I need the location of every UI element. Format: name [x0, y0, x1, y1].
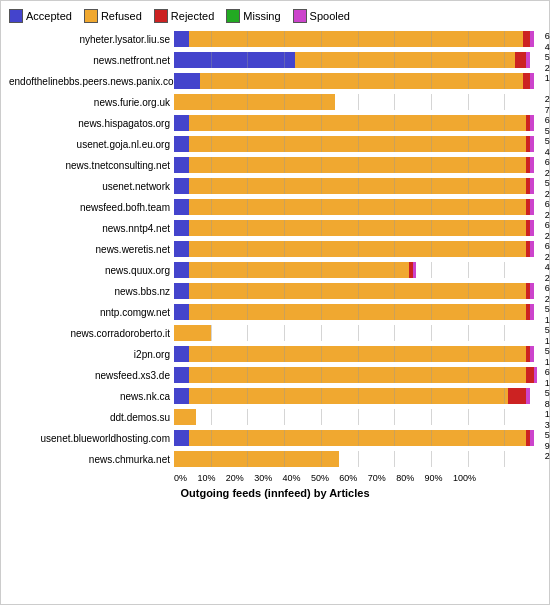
bar-refused: [200, 73, 523, 89]
bar-num-bot: 132: [545, 378, 550, 389]
bar-accepted: [174, 367, 189, 383]
legend-label-spooled: Spooled: [310, 10, 350, 22]
row-label: news.furie.org.uk: [9, 97, 174, 108]
bar-num-bot: 224: [545, 273, 550, 284]
bar-wrapper: 6363219: [174, 283, 541, 299]
row-label: nyheter.lysator.liu.se: [9, 34, 174, 45]
x-tick: 0%: [174, 473, 187, 483]
bar-numbers: 1117: [545, 73, 550, 84]
bar-num-top: 6192: [545, 367, 550, 378]
chart-row: news.tnetconsulting.net6256285: [9, 155, 541, 175]
bar-num-bot: 285: [545, 168, 550, 179]
bar-rejected: [523, 31, 530, 47]
bar-num-top: 5216: [545, 388, 550, 399]
chart-row: nyheter.lysator.liu.se62634149: [9, 29, 541, 49]
bar-num-bot: 195: [545, 336, 550, 347]
legend-spooled: Spooled: [293, 9, 350, 23]
bar-accepted: [174, 388, 189, 404]
bar-refused: [189, 388, 508, 404]
bar-num-top: 546: [545, 325, 550, 336]
x-tick: 90%: [425, 473, 443, 483]
bar-wrapper: 6252558: [174, 115, 541, 131]
bar-num-bot: 32: [545, 420, 550, 431]
chart-row: usenet.goja.nl.eu.org5433440: [9, 134, 541, 154]
bar-spooled: [530, 283, 534, 299]
bar-num-bot: 9: [545, 441, 550, 452]
bar-num-bot: 198: [545, 315, 550, 326]
legend-rejected: Rejected: [154, 9, 214, 23]
bar-num-top: 2967: [545, 94, 550, 105]
bar-refused: [189, 136, 527, 152]
bar-accepted: [174, 31, 189, 47]
row-label: news.nk.ca: [9, 391, 174, 402]
bar-rejected: [523, 73, 530, 89]
x-axis: 0%10%20%30%40%50%60%70%80%90%100%: [174, 473, 541, 483]
bar-numbers: 6010238: [545, 199, 550, 221]
bar-num-bot: 232: [545, 231, 550, 242]
bar-spooled: [526, 388, 530, 404]
row-label: news.weretis.net: [9, 244, 174, 255]
bar-num-bot: 4149: [545, 42, 550, 53]
bar-spooled: [530, 346, 534, 362]
bar-wrapper: 6192132: [174, 367, 541, 383]
bar-refused: [174, 325, 211, 341]
bar-numbers: 62634149: [545, 31, 550, 53]
legend-box-accepted: [9, 9, 23, 23]
bar-spooled: [530, 31, 534, 47]
chart-title: Outgoing feeds (innfeed) by Articles: [9, 487, 541, 499]
bar-numbers: 521689: [545, 388, 550, 410]
bar-num-bot: 558: [545, 126, 550, 137]
bar-refused: [189, 304, 527, 320]
bar-wrapper: 2987: [174, 451, 541, 467]
bar-spooled: [530, 115, 534, 131]
row-label: nntp.comgw.net: [9, 307, 174, 318]
legend-label-refused: Refused: [101, 10, 142, 22]
bar-spooled: [530, 157, 534, 173]
bar-wrapper: 5927198: [174, 304, 541, 320]
chart-row: news.hispagatos.org6252558: [9, 113, 541, 133]
row-label: news.chmurka.net: [9, 454, 174, 465]
row-label: ddt.demos.su: [9, 412, 174, 423]
bar-spooled: [530, 220, 534, 236]
legend-box-refused: [84, 9, 98, 23]
x-tick: 70%: [368, 473, 386, 483]
bar-numbers: 2967771: [545, 94, 550, 116]
row-label: usenet.blueworldhosting.com: [9, 433, 174, 444]
bar-refused: [189, 346, 527, 362]
bar-wrapper: 6256285: [174, 157, 541, 173]
x-tick: 30%: [254, 473, 272, 483]
row-label: news.netfront.net: [9, 55, 174, 66]
bar-wrapper: 5927273: [174, 178, 541, 194]
bar-spooled: [530, 241, 534, 257]
bar-num-bot: 1117: [545, 73, 550, 84]
bar-num-top: 2987: [545, 451, 550, 462]
bar-refused: [174, 94, 335, 110]
x-tick: 60%: [339, 473, 357, 483]
legend-label-accepted: Accepted: [26, 10, 72, 22]
bar-numbers: 4677224: [545, 262, 550, 284]
bar-refused: [295, 52, 515, 68]
bar-wrapper: 6272229: [174, 241, 541, 257]
bar-num-top: 4677: [545, 262, 550, 273]
chart-row: ddt.demos.su11232: [9, 407, 541, 427]
chart-row: newsfeed.xs3.de6192132: [9, 365, 541, 385]
row-label: newsfeed.xs3.de: [9, 370, 174, 381]
chart-row: i2pn.org5934177: [9, 344, 541, 364]
bar-accepted: [174, 304, 189, 320]
bar-refused: [189, 430, 527, 446]
bar-wrapper: 4677224: [174, 262, 541, 278]
row-label: endofthelinebbs.peers.news.panix.com: [9, 76, 174, 87]
bar-wrapper: 521689: [174, 388, 541, 404]
legend-refused: Refused: [84, 9, 142, 23]
row-label: newsfeed.bofh.team: [9, 202, 174, 213]
chart-row: news.chmurka.net2987: [9, 449, 541, 469]
bar-numbers: 2987: [545, 451, 550, 462]
bar-accepted: [174, 262, 189, 278]
bar-numbers: 54229: [545, 430, 550, 452]
legend-box-rejected: [154, 9, 168, 23]
x-tick: 100%: [453, 473, 476, 483]
bar-wrapper: 5433440: [174, 136, 541, 152]
x-ticks: 0%10%20%30%40%50%60%70%80%90%100%: [174, 473, 476, 483]
legend-box-missing: [226, 9, 240, 23]
bar-wrapper: 11232: [174, 409, 541, 425]
